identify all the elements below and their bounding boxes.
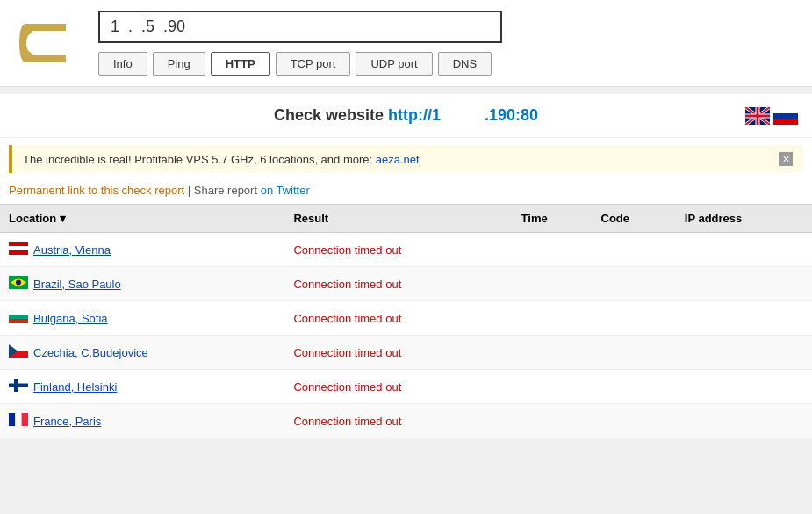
code-cell-5 bbox=[593, 404, 676, 438]
col-result: Result bbox=[284, 205, 512, 233]
flag-fr bbox=[9, 413, 28, 429]
check-title: Check website http://1 .190:80 bbox=[0, 94, 812, 138]
time-cell-0 bbox=[513, 233, 593, 267]
code-cell-2 bbox=[593, 301, 676, 336]
ip-cell-2 bbox=[676, 301, 812, 336]
location-cell-5: France, Paris bbox=[0, 404, 284, 438]
flag-br bbox=[9, 276, 28, 292]
table-row: Bulgaria, Sofia Connection timed out bbox=[0, 301, 812, 336]
col-ip: IP address bbox=[676, 205, 812, 233]
nav-info-button[interactable]: Info bbox=[98, 52, 147, 76]
time-cell-3 bbox=[513, 336, 593, 370]
flag-icons bbox=[745, 107, 798, 125]
logo bbox=[18, 17, 81, 69]
location-cell-2: Bulgaria, Sofia bbox=[0, 301, 284, 336]
result-text-0: Connection timed out bbox=[293, 243, 401, 257]
twitter-share-link[interactable]: on Twitter bbox=[261, 184, 310, 197]
main-content: Check website http://1 .190:80 The incre… bbox=[0, 94, 812, 438]
col-location: Location ▾ bbox=[0, 205, 284, 233]
time-cell-4 bbox=[513, 370, 593, 404]
table-row: France, Paris Connection timed out bbox=[0, 404, 812, 438]
svg-rect-13 bbox=[9, 319, 28, 323]
ad-close-button[interactable]: ✕ bbox=[779, 152, 793, 166]
results-table: Location ▾ Result Time Code IP address A… bbox=[0, 204, 812, 438]
check-url-link[interactable]: http://1 .190:80 bbox=[388, 106, 538, 124]
location-cell-4: Finland, Helsinki bbox=[0, 370, 284, 404]
table-row: Austria, Vienna Connection timed out bbox=[0, 233, 812, 267]
ad-banner: The incredible is real! Profitable VPS 5… bbox=[9, 145, 803, 173]
svg-rect-11 bbox=[9, 310, 28, 315]
flag-cz bbox=[9, 344, 28, 360]
svg-point-10 bbox=[16, 280, 21, 286]
nav-tcpport-button[interactable]: TCP port bbox=[276, 52, 351, 76]
uk-flag-icon bbox=[745, 107, 770, 125]
location-link-1[interactable]: Brazil, Sao Paulo bbox=[33, 278, 121, 291]
nav-buttons: Info Ping HTTP TCP port UDP port DNS bbox=[98, 52, 794, 76]
nav-udpport-button[interactable]: UDP port bbox=[356, 52, 432, 76]
result-cell-1: Connection timed out bbox=[284, 267, 512, 301]
permalink-link[interactable]: Permanent link to this check report bbox=[9, 184, 184, 197]
location-link-4[interactable]: Finland, Helsinki bbox=[33, 380, 117, 394]
table-row: Brazil, Sao Paulo Connection timed out bbox=[0, 267, 812, 301]
svg-rect-5 bbox=[9, 242, 28, 246]
permalink-row: Permanent link to this check report | Sh… bbox=[0, 180, 812, 204]
location-cell-0: Austria, Vienna bbox=[0, 233, 284, 267]
ip-cell-5 bbox=[676, 404, 812, 438]
location-link-2[interactable]: Bulgaria, Sofia bbox=[33, 312, 108, 325]
ip-cell-4 bbox=[676, 370, 812, 404]
url-input[interactable] bbox=[98, 11, 502, 43]
table-header-row: Location ▾ Result Time Code IP address bbox=[0, 205, 812, 233]
nav-dns-button[interactable]: DNS bbox=[438, 52, 492, 76]
nav-ping-button[interactable]: Ping bbox=[153, 52, 205, 76]
ad-link[interactable]: aeza.net bbox=[376, 153, 420, 166]
result-text-2: Connection timed out bbox=[293, 312, 401, 325]
url-input-area: Info Ping HTTP TCP port UDP port DNS bbox=[98, 11, 794, 76]
header: Info Ping HTTP TCP port UDP port DNS bbox=[0, 0, 812, 87]
ad-text: The incredible is real! Profitable VPS 5… bbox=[23, 153, 420, 166]
result-cell-3: Connection timed out bbox=[284, 336, 512, 370]
ip-cell-0 bbox=[676, 233, 812, 267]
svg-rect-19 bbox=[14, 379, 18, 392]
svg-rect-4 bbox=[773, 119, 798, 125]
nav-http-button[interactable]: HTTP bbox=[211, 52, 270, 76]
permalink-separator: | Share report bbox=[188, 184, 261, 197]
result-text-3: Connection timed out bbox=[293, 346, 401, 359]
svg-rect-22 bbox=[22, 413, 28, 426]
location-cell-3: Czechia, C.Budejovice bbox=[0, 336, 284, 370]
svg-rect-7 bbox=[9, 250, 28, 255]
russia-flag-icon bbox=[773, 107, 798, 125]
svg-rect-3 bbox=[773, 113, 798, 119]
flag-bg bbox=[9, 310, 28, 326]
code-cell-4 bbox=[593, 370, 676, 404]
flag-at bbox=[9, 242, 28, 257]
time-cell-2 bbox=[513, 301, 593, 336]
result-cell-5: Connection timed out bbox=[284, 404, 512, 438]
result-cell-4: Connection timed out bbox=[284, 370, 512, 404]
svg-rect-2 bbox=[773, 107, 798, 113]
col-time: Time bbox=[513, 205, 593, 233]
location-link-0[interactable]: Austria, Vienna bbox=[33, 243, 111, 257]
location-link-3[interactable]: Czechia, C.Budejovice bbox=[33, 346, 148, 359]
result-text-5: Connection timed out bbox=[293, 415, 401, 428]
code-cell-1 bbox=[593, 267, 676, 301]
ip-cell-1 bbox=[676, 267, 812, 301]
result-text-1: Connection timed out bbox=[293, 278, 401, 291]
svg-rect-21 bbox=[15, 413, 21, 426]
result-cell-0: Connection timed out bbox=[284, 233, 512, 267]
time-cell-1 bbox=[513, 267, 593, 301]
table-row: Finland, Helsinki Connection timed out bbox=[0, 370, 812, 404]
col-code: Code bbox=[593, 205, 676, 233]
code-cell-3 bbox=[593, 336, 676, 370]
result-text-4: Connection timed out bbox=[293, 380, 401, 394]
flag-fi bbox=[9, 379, 28, 395]
location-link-5[interactable]: France, Paris bbox=[33, 415, 101, 428]
ip-cell-3 bbox=[676, 336, 812, 370]
table-row: Czechia, C.Budejovice Connection timed o… bbox=[0, 336, 812, 370]
svg-rect-6 bbox=[9, 246, 28, 250]
code-cell-0 bbox=[593, 233, 676, 267]
svg-rect-20 bbox=[9, 413, 15, 426]
svg-rect-12 bbox=[9, 315, 28, 319]
check-title-prefix: Check website bbox=[274, 106, 388, 124]
svg-rect-18 bbox=[9, 384, 28, 387]
time-cell-5 bbox=[513, 404, 593, 438]
